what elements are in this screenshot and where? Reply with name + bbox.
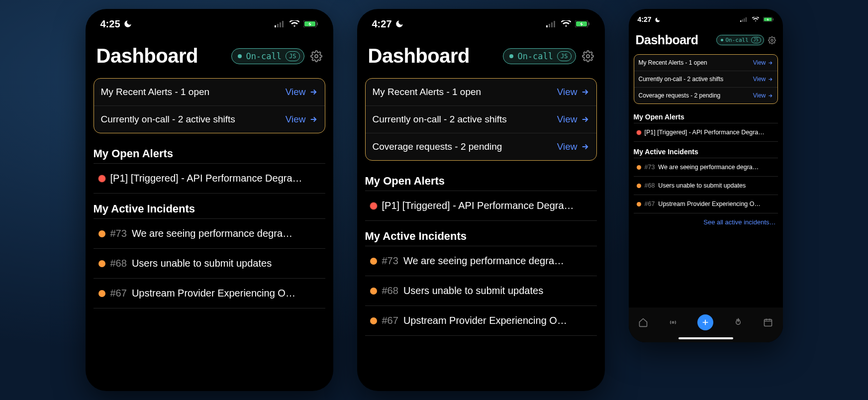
svg-rect-0 (275, 25, 276, 27)
nav-calendar-button[interactable] (763, 317, 773, 327)
page-header: Dashboard On-call JS (357, 36, 605, 73)
view-link[interactable]: View (557, 114, 589, 125)
svg-point-7 (315, 55, 318, 58)
open-alerts-section: My Open Alerts [P1] [Triggered] - API Pe… (629, 107, 783, 142)
alert-row[interactable]: [P1] [Triggered] - API Performance Degra… (365, 191, 597, 221)
summary-row-recent-alerts[interactable]: My Recent Alerts - 1 open View (94, 79, 325, 105)
svg-rect-6 (317, 22, 318, 25)
active-incidents-section: My Active Incidents #73We are seeing per… (629, 142, 783, 213)
settings-button[interactable] (310, 50, 322, 62)
settings-button[interactable] (582, 50, 594, 62)
summary-row-label: My Recent Alerts - 1 open (373, 87, 482, 98)
battery-charging-icon (303, 20, 318, 27)
oncall-status-pill[interactable]: On-call JS (231, 48, 304, 64)
incident-row[interactable]: #73We are seeing performance degra… (634, 158, 778, 176)
incident-row[interactable]: #67 Upstream Provider Experiencing O… (94, 278, 325, 308)
incident-text: Upstream Provider Experiencing O… (658, 200, 761, 207)
avatar-badge: JS (751, 37, 761, 43)
active-incidents-section: My Active Incidents #73 We are seeing pe… (86, 194, 333, 308)
alert-row[interactable]: [P1] [Triggered] - API Performance Degra… (634, 123, 778, 142)
arrow-right-icon (580, 142, 589, 151)
incident-number: #67 (110, 288, 127, 299)
summary-row-label: Coverage requests - 2 pending (639, 92, 721, 99)
alert-text: [P1] [Triggered] - API Performance Degra… (382, 200, 574, 211)
oncall-status-pill[interactable]: On-call JS (503, 48, 576, 64)
see-all-incidents-link[interactable]: See all active incidents… (629, 213, 783, 226)
view-link[interactable]: View (557, 141, 589, 152)
summary-row-on-call[interactable]: Currently on-call - 2 active shifts View (94, 105, 325, 133)
avatar-badge: JS (557, 51, 571, 61)
wifi-icon (561, 20, 571, 27)
svg-rect-1 (277, 24, 279, 27)
page-title: Dashboard (636, 33, 698, 47)
alert-text: [P1] [Triggered] - API Performance Degra… (110, 173, 302, 184)
cellular-signal-icon (275, 20, 286, 27)
phone-screen-1: 4:25 Dashboard On-call JS (86, 9, 333, 391)
incident-text: Upstream Provider Experiencing O… (132, 288, 295, 299)
battery-charging-icon (575, 20, 590, 27)
incident-text: Users unable to submit updates (132, 258, 272, 269)
svg-rect-2 (280, 22, 281, 27)
svg-rect-9 (549, 24, 550, 27)
incident-row[interactable]: #73We are seeing performance degra… (365, 246, 597, 276)
summary-row-on-call[interactable]: Currently on-call - 2 active shifts View (366, 105, 596, 133)
incident-row[interactable]: #68Users unable to submit updates (365, 276, 597, 305)
summary-row-recent-alerts[interactable]: My Recent Alerts - 1 openView (634, 55, 777, 71)
incident-text: Users unable to submit updates (403, 285, 543, 297)
summary-row-coverage[interactable]: Coverage requests - 2 pending View (366, 133, 596, 160)
home-indicator[interactable] (678, 337, 733, 339)
nav-add-button[interactable] (697, 314, 713, 330)
nav-fire-button[interactable] (733, 317, 743, 327)
summary-row-label: Currently on-call - 2 active shifts (101, 114, 235, 125)
incident-text: We are seeing performance degra… (132, 228, 292, 239)
incident-row[interactable]: #67Upstream Provider Experiencing O… (365, 305, 597, 336)
alert-text: [P1] [Triggered] - API Performance Degra… (645, 129, 765, 136)
alert-row[interactable]: [P1] [Triggered] - API Performance Degra… (94, 163, 325, 194)
view-link[interactable]: View (286, 114, 318, 125)
svg-rect-10 (551, 22, 553, 27)
nav-broadcast-button[interactable] (668, 317, 678, 327)
svg-rect-25 (764, 319, 772, 326)
oncall-status-pill[interactable]: On-call JS (716, 35, 764, 45)
arrow-right-icon (768, 77, 773, 82)
nav-home-button[interactable] (638, 317, 648, 327)
status-time: 4:27 (638, 15, 652, 23)
severity-dot-icon (637, 202, 641, 206)
summary-row-recent-alerts[interactable]: My Recent Alerts - 1 open View (366, 79, 596, 105)
incident-number: #67 (382, 315, 398, 326)
section-title-open-alerts: My Open Alerts (94, 147, 325, 160)
svg-rect-3 (282, 21, 284, 27)
incident-row[interactable]: #73 We are seeing performance degra… (94, 218, 325, 248)
svg-rect-18 (744, 18, 745, 22)
oncall-label: On-call (246, 51, 282, 61)
arrow-right-icon (580, 115, 589, 124)
status-time: 4:27 (372, 18, 392, 30)
view-link[interactable]: View (753, 92, 773, 99)
view-link[interactable]: View (753, 59, 773, 66)
oncall-status-dot-icon (509, 54, 513, 58)
severity-dot-icon (637, 184, 641, 188)
dnd-moon-icon (123, 19, 132, 28)
view-link[interactable]: View (753, 76, 773, 83)
svg-point-24 (672, 321, 674, 323)
arrow-right-icon (768, 93, 773, 99)
incident-number: #68 (645, 182, 655, 189)
severity-dot-icon (370, 317, 377, 324)
incident-row[interactable]: #68Users unable to submit updates (634, 176, 778, 195)
summary-row-coverage[interactable]: Coverage requests - 2 pendingView (634, 87, 777, 103)
svg-point-23 (771, 39, 773, 41)
settings-button[interactable] (768, 36, 776, 44)
incident-number: #73 (110, 228, 127, 239)
svg-point-15 (586, 55, 589, 58)
section-title-active-incidents: My Active Incidents (365, 230, 597, 243)
incident-number: #73 (382, 255, 398, 267)
incident-row[interactable]: #68 Users unable to submit updates (94, 248, 325, 278)
summary-row-on-call[interactable]: Currently on-call - 2 active shiftsView (634, 71, 777, 87)
status-time: 4:25 (100, 18, 120, 30)
severity-dot-icon (370, 258, 377, 265)
view-link[interactable]: View (286, 87, 318, 98)
incident-row[interactable]: #67Upstream Provider Experiencing O… (634, 195, 778, 213)
wifi-icon (752, 17, 759, 22)
wifi-icon (289, 20, 299, 27)
view-link[interactable]: View (557, 87, 589, 98)
